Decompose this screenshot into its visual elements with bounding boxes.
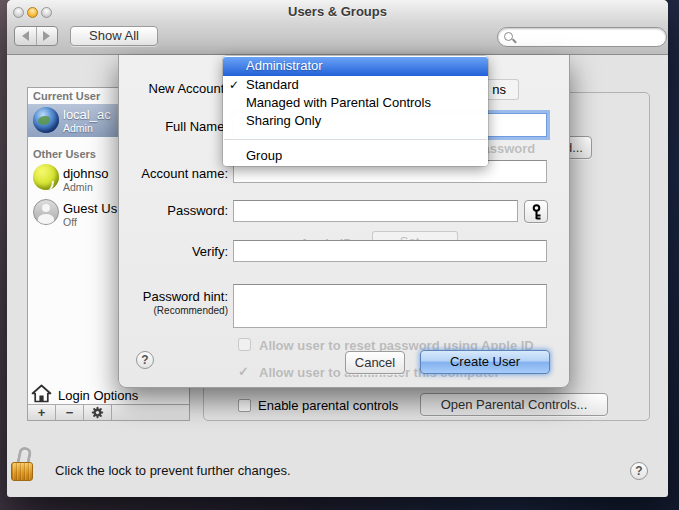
verify-label: Verify: <box>128 244 228 259</box>
password-hint-input[interactable] <box>233 284 547 328</box>
help-button[interactable]: ? <box>630 462 648 480</box>
user-avatar-guest[interactable] <box>33 199 59 225</box>
verify-input[interactable] <box>233 240 547 262</box>
list-action-bar: + − <box>28 404 189 420</box>
current-user-header: Current User <box>33 90 100 102</box>
desktop: Users & Groups Show All Current User loc… <box>0 0 679 510</box>
menu-item-administrator[interactable]: Administrator <box>223 57 488 76</box>
full-name-label: Full Name: <box>128 119 228 134</box>
menu-item-standard[interactable]: Standard <box>223 76 488 94</box>
other-users-header: Other Users <box>33 148 96 160</box>
menu-item-group[interactable]: Group <box>223 147 488 165</box>
account-name-label: Account name: <box>128 166 228 181</box>
back-icon <box>22 31 29 41</box>
gear-action-button[interactable] <box>84 405 112 420</box>
ghost-reset-checkbox <box>238 338 251 351</box>
menu-item-managed[interactable]: Managed with Parental Controls <box>223 94 488 112</box>
back-button[interactable] <box>15 27 36 45</box>
new-account-popup-menu: Administrator Standard ✓ Managed with Pa… <box>223 56 488 166</box>
enable-parental-controls-checkbox[interactable] <box>238 399 251 412</box>
forward-icon <box>43 31 50 41</box>
remove-user-button[interactable]: − <box>56 405 84 420</box>
menu-separator <box>224 139 487 140</box>
window-title: Users & Groups <box>7 4 668 19</box>
key-icon <box>531 204 542 220</box>
user-role: Admin <box>63 181 93 193</box>
user-name: local_ac <box>63 107 111 122</box>
checkmark-icon: ✓ <box>229 76 245 94</box>
user-name[interactable]: Guest Us <box>63 201 117 216</box>
show-all-button[interactable]: Show All <box>70 26 158 46</box>
lock-body <box>11 462 33 481</box>
lock-message: Click the lock to prevent further change… <box>55 463 291 478</box>
password-hint-label: Password hint: <box>128 289 228 304</box>
menu-item-sharing-only[interactable]: Sharing Only <box>223 112 488 130</box>
cancel-button[interactable]: Cancel <box>345 351 405 374</box>
search-field[interactable] <box>497 27 667 47</box>
user-avatar-earth <box>33 107 59 133</box>
user-name[interactable]: djohnso <box>63 166 109 181</box>
create-user-button[interactable]: Create User <box>420 350 550 374</box>
forward-button[interactable] <box>36 27 58 45</box>
open-parental-controls-button[interactable]: Open Parental Controls... <box>420 393 608 416</box>
user-role: Admin <box>63 122 93 134</box>
password-assistant-button[interactable] <box>524 200 548 223</box>
lock-icon[interactable] <box>11 447 37 484</box>
enable-parental-controls-label: Enable parental controls <box>258 398 398 413</box>
add-user-button[interactable]: + <box>28 405 56 420</box>
search-icon <box>504 32 513 41</box>
home-icon <box>31 384 52 406</box>
password-label: Password: <box>128 203 228 218</box>
user-avatar-tennis-ball[interactable] <box>33 164 59 190</box>
nav-back-forward <box>14 26 58 46</box>
password-hint-note: (Recommended) <box>128 305 228 316</box>
user-role: Off <box>63 216 77 228</box>
login-options-item[interactable]: Login Options <box>58 388 138 403</box>
new-account-label: New Account: <box>128 81 228 96</box>
gear-icon <box>91 406 104 419</box>
password-input[interactable] <box>233 200 518 222</box>
ghost-admin-check: ✓ <box>238 364 249 379</box>
sheet-help-button[interactable]: ? <box>136 351 154 369</box>
